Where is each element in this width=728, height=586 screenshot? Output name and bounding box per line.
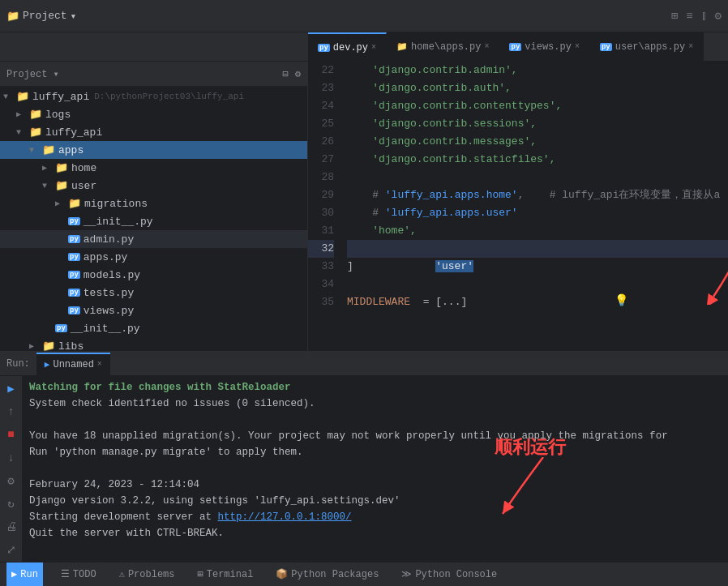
up-button[interactable]: ↑ — [2, 403, 21, 421]
settings-button[interactable]: ⚙ — [2, 472, 21, 490]
annotation-area-2: 顺利运行 — [495, 441, 566, 528]
gear-icon[interactable]: ⚙ — [715, 9, 722, 23]
console-line-3 — [29, 412, 722, 428]
tree-item-init1[interactable]: py __init__.py — [0, 212, 307, 230]
arrow-icon: ▼ — [3, 92, 16, 101]
tree-item-apps-py[interactable]: py apps.py — [0, 248, 307, 266]
tree-item-tests[interactable]: py tests.py — [0, 284, 307, 302]
code-line-34 — [347, 276, 728, 293]
line-numbers: 22 23 24 25 26 27 28 29 30 31 32 33 34 3… — [308, 62, 340, 311]
tree-item-label: apps — [58, 144, 84, 156]
py-file-icon: py — [68, 235, 80, 243]
status-bar: ▶ Run ☰ TODO ⚠ Problems ⊞ Terminal 📦 Pyt… — [0, 562, 728, 586]
tab-close-icon[interactable]: × — [688, 42, 693, 51]
tree-item-label: __init__.py — [71, 323, 140, 335]
code-lines: 22 23 24 25 26 27 28 29 30 31 32 33 34 3… — [308, 62, 728, 311]
tree-item-label: logs — [45, 109, 71, 121]
code-content[interactable]: 'django.contrib.admin', 'django.contrib.… — [340, 62, 728, 311]
refresh-button[interactable]: ↻ — [2, 495, 21, 514]
tree-item-user[interactable]: ▼ 📁 user — [0, 177, 307, 195]
split-icon[interactable]: ⫿ — [701, 10, 707, 23]
console-line-8: Django version 3.2.2, using settings 'lu… — [29, 493, 722, 509]
bulb-icon[interactable]: 💡 — [615, 293, 628, 307]
todo-icon: ☰ — [61, 568, 70, 580]
tab-views[interactable]: py views.py × — [499, 32, 589, 62]
tree-item-root[interactable]: ▼ 📁 luffy_api D:\pythonProject03\luffy_a… — [0, 88, 307, 105]
python-packages-label: Python Packages — [291, 569, 379, 580]
tree-item-init2[interactable]: py __init__.py — [0, 319, 307, 337]
console-icon: ≫ — [401, 568, 412, 580]
tree-item-logs[interactable]: ▶ 📁 logs — [0, 105, 307, 123]
tab-label: dev.py — [333, 42, 368, 53]
code-line-26: 'django.contrib.messages', — [347, 133, 728, 151]
layout-icon[interactable]: ⊞ — [671, 9, 678, 23]
run-close-icon[interactable]: × — [97, 360, 102, 369]
sidebar-header-icons: ⊟ ⚙ — [283, 68, 301, 80]
tabs-bar: py dev.py × 📁 home\apps.py × py views.py… — [0, 32, 728, 62]
sidebar-header-left: Project ▾ — [6, 68, 59, 80]
annotation-arrow-2 — [495, 457, 559, 522]
console-line-10: Quit the server with CTRL-BREAK. — [29, 525, 722, 541]
python-packages-status-item[interactable]: 📦 Python Packages — [271, 562, 383, 586]
print-button[interactable]: 🖨 — [2, 518, 21, 537]
collapse-icon[interactable]: ⊟ — [283, 68, 289, 80]
terminal-status-item[interactable]: ⊞ Terminal — [193, 562, 259, 586]
tree-item-views[interactable]: py views.py — [0, 302, 307, 319]
terminal-label: Terminal — [207, 569, 254, 580]
console-line-1: Watching for file changes with StatReloa… — [29, 379, 722, 396]
settings-icon[interactable]: ⚙ — [295, 68, 301, 80]
tab-user-apps[interactable]: py user\apps.py × — [590, 32, 704, 62]
console-line-9: Starting development server at http://12… — [29, 509, 722, 525]
annotation-arrow-1 — [697, 240, 728, 305]
tree-item-luffy-api[interactable]: ▼ 📁 luffy_api — [0, 123, 307, 141]
expand-button[interactable]: ⤢ — [2, 541, 21, 560]
top-icons: ⊞ ≡ ⫿ ⚙ — [671, 9, 722, 23]
tree-item-admin[interactable]: py admin.py — [0, 230, 307, 248]
project-label: Project — [23, 10, 67, 22]
path-label: D:\pythonProject03\luffy_api — [94, 92, 244, 101]
todo-status-item[interactable]: ☰ TODO — [56, 562, 101, 586]
list-icon[interactable]: ≡ — [686, 10, 692, 23]
tree-item-label: luffy_api — [32, 91, 89, 103]
problems-label: Problems — [128, 569, 175, 580]
tree-item-home[interactable]: ▶ 📁 home — [0, 159, 307, 177]
tab-home-apps[interactable]: 📁 home\apps.py × — [387, 32, 499, 62]
stop-button[interactable]: ■ — [2, 426, 21, 444]
console-line-5: Run 'python manage.py migrate' to apply … — [29, 444, 722, 460]
code-line-22: 'django.contrib.admin', — [347, 62, 728, 79]
folder-icon: 📁 — [68, 197, 81, 210]
py-file-icon: py — [68, 217, 80, 225]
tree-item-label: home — [71, 162, 96, 174]
tree-item-label: views.py — [84, 305, 134, 317]
code-line-28 — [347, 169, 728, 186]
bottom-panel: Run: ▶ Unnamed × ▶ ↑ ■ ↓ ⚙ ↻ 🖨 ⤢ Watchin… — [0, 351, 728, 562]
run-button[interactable]: ▶ — [2, 379, 21, 398]
tab-close-icon[interactable]: × — [371, 43, 376, 52]
tree-item-apps[interactable]: ▼ 📁 apps — [0, 141, 307, 159]
console-line-4: You have 18 unapplied migration(s). Your… — [29, 428, 722, 444]
tree-item-models[interactable]: py models.py — [0, 266, 307, 284]
run-tab[interactable]: ▶ Unnamed × — [36, 353, 110, 375]
down-button[interactable]: ↓ — [2, 449, 21, 468]
tree-item-migrations[interactable]: ▶ 📁 migrations — [0, 195, 307, 212]
run-label: Run: — [6, 358, 30, 370]
folder-icon: 📁 — [55, 179, 68, 192]
py-file-icon: py — [55, 324, 67, 332]
tree-item-label: migrations — [84, 198, 148, 210]
py-file-icon: py — [68, 306, 80, 314]
tab-close-icon[interactable]: × — [575, 42, 580, 51]
code-line-23: 'django.contrib.auth', — [347, 79, 728, 97]
tab-close-icon[interactable]: × — [484, 42, 489, 51]
server-link[interactable]: http://127.0.0.1:8000/ — [218, 511, 352, 523]
tab-dev-py[interactable]: py dev.py × — [308, 32, 387, 62]
tree-item-label: admin.py — [84, 233, 134, 246]
tree-item-label: models.py — [84, 269, 140, 281]
code-line-31: 'home', — [347, 222, 728, 240]
py-file-icon: py — [68, 271, 80, 279]
code-line-27: 'django.contrib.staticfiles', — [347, 151, 728, 169]
python-console-status-item[interactable]: ≫ Python Console — [396, 562, 502, 586]
project-title[interactable]: 📁 Project ▾ — [6, 10, 76, 23]
run-status-item[interactable]: ▶ Run — [6, 562, 43, 586]
packages-icon: 📦 — [276, 568, 288, 580]
problems-status-item[interactable]: ⚠ Problems — [114, 562, 180, 586]
